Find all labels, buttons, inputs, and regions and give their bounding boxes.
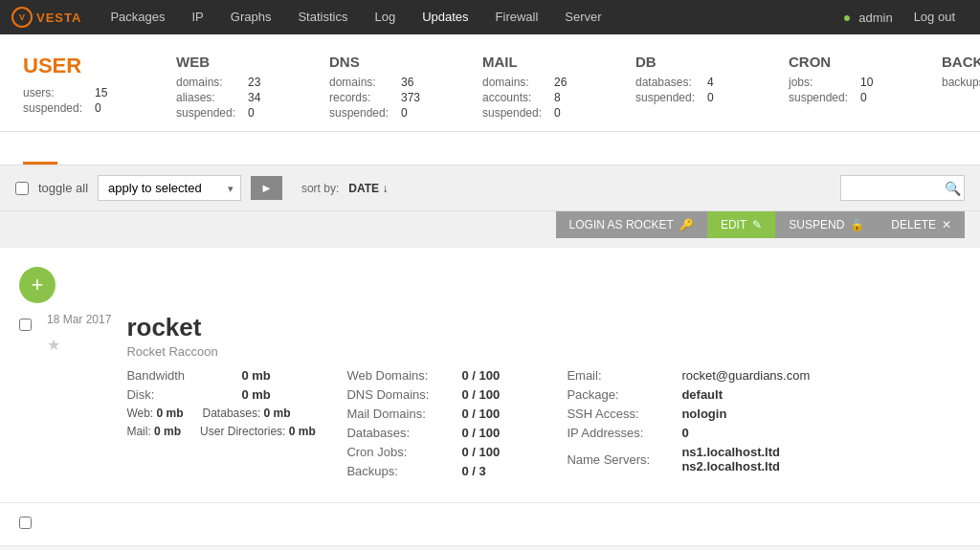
delete-label: DELETE bbox=[891, 218, 936, 231]
bell-icon: ● bbox=[843, 10, 851, 25]
toggle-all-checkbox[interactable] bbox=[15, 182, 29, 195]
detail-col-3: Email: rocket@guardians.com Package: def… bbox=[567, 368, 810, 483]
ip-label: IP Addresses: bbox=[567, 426, 681, 440]
record-date-text: 18 Mar 2017 bbox=[47, 313, 111, 326]
dns-title: DNS bbox=[329, 54, 454, 70]
suspend-button[interactable]: SUSPEND 🔒 bbox=[775, 211, 878, 238]
ns2-val: ns2.localhost.ltd bbox=[681, 459, 780, 473]
nav-server[interactable]: Server bbox=[551, 0, 614, 34]
nav-updates[interactable]: Updates bbox=[409, 0, 481, 34]
empty-record-checkbox[interactable] bbox=[19, 517, 32, 529]
users-val: 15 bbox=[95, 86, 107, 99]
ssh-label: SSH Access: bbox=[567, 407, 681, 421]
apply-select-wrap: apply to selected suspend unsuspend dele… bbox=[98, 175, 241, 201]
cron-title: CRON bbox=[789, 54, 913, 70]
bandwidth-label: Bandwidth bbox=[126, 368, 241, 383]
nav-firewall[interactable]: Firewall bbox=[482, 0, 552, 34]
pencil-icon: ✎ bbox=[752, 218, 762, 231]
disk-val: 0 mb bbox=[241, 387, 270, 402]
search-wrap: 🔍 bbox=[840, 175, 965, 201]
backups-val: 0 / 3 bbox=[461, 464, 485, 478]
package-val: default bbox=[681, 387, 723, 402]
key-icon: 🔑 bbox=[679, 218, 694, 231]
edit-label: EDIT bbox=[721, 218, 746, 231]
databases-label: Databases: bbox=[346, 426, 461, 440]
user-suspended-label: suspended: bbox=[23, 101, 95, 115]
databases-val: 0 / 100 bbox=[461, 426, 500, 440]
stats-user-users: users: 15 bbox=[23, 86, 147, 99]
record-checkbox[interactable] bbox=[19, 319, 32, 331]
record-username: rocket bbox=[126, 313, 961, 342]
nav-packages[interactable]: Packages bbox=[97, 0, 178, 34]
sub-mail-val: 0 mb bbox=[154, 425, 181, 438]
email-label: Email: bbox=[567, 368, 681, 383]
web-title: WEB bbox=[176, 54, 301, 70]
login-as-label: LOGIN AS ROCKET bbox=[569, 218, 674, 231]
search-button[interactable]: 🔍 bbox=[945, 181, 961, 196]
user-suspended-val: 0 bbox=[95, 101, 101, 115]
package-label: Package: bbox=[567, 387, 681, 402]
mail-title: MAIL bbox=[482, 54, 607, 70]
stats-bar: USER users: 15 suspended: 0 WEB domains:… bbox=[0, 34, 980, 132]
logo-text: VESTA bbox=[36, 11, 81, 25]
topnav-right: ● admin Log out bbox=[843, 0, 969, 34]
edit-button[interactable]: EDIT ✎ bbox=[707, 211, 775, 238]
stats-web: WEB domains:23 aliases:34 suspended:0 bbox=[176, 54, 301, 121]
logo-letter: V bbox=[19, 12, 25, 22]
record-details: Bandwidth 0 mb Disk: 0 mb Web: 0 mb Data… bbox=[126, 368, 961, 483]
ns1-val: ns1.localhost.ltd bbox=[681, 445, 780, 459]
users-label: users: bbox=[23, 86, 95, 99]
top-nav: V VESTA Packages IP Graphs Statistics Lo… bbox=[0, 0, 980, 34]
star-icon: ★ bbox=[47, 336, 111, 354]
record-body: rocket Rocket Raccoon Bandwidth 0 mb Dis… bbox=[126, 313, 961, 483]
stats-backup: BACKUP backups:1 bbox=[942, 54, 980, 121]
apply-arrow-button[interactable]: ► bbox=[251, 176, 282, 200]
action-bar: LOGIN AS ROCKET 🔑 EDIT ✎ SUSPEND 🔒 DELET… bbox=[0, 211, 980, 248]
disk-label: Disk: bbox=[126, 387, 241, 402]
toolbar: toggle all apply to selected suspend uns… bbox=[0, 165, 980, 211]
tab-bar bbox=[0, 132, 980, 165]
empty-record bbox=[0, 503, 980, 546]
logout-link[interactable]: Log out bbox=[901, 0, 969, 34]
add-user-button[interactable]: + bbox=[19, 267, 56, 303]
mail-domains-label: Mail Domains: bbox=[346, 407, 461, 421]
mail-domains-val: 0 / 100 bbox=[461, 407, 500, 421]
apply-select[interactable]: apply to selected suspend unsuspend dele… bbox=[98, 175, 241, 201]
stats-dns: DNS domains:36 records:373 suspended:0 bbox=[329, 54, 454, 121]
user-record-rocket: 18 Mar 2017 ★ rocket Rocket Raccoon Band… bbox=[0, 303, 980, 503]
tab-bar-inner bbox=[23, 132, 957, 165]
backup-title: BACKUP bbox=[942, 54, 980, 70]
nav-graphs[interactable]: Graphs bbox=[217, 0, 285, 34]
main-content: + 18 Mar 2017 ★ rocket Rocket Raccoon Ba… bbox=[0, 248, 980, 546]
ip-val: 0 bbox=[681, 426, 688, 440]
nav-statistics[interactable]: Statistics bbox=[284, 0, 361, 34]
add-button-wrap: + bbox=[0, 248, 980, 303]
record-top: 18 Mar 2017 ★ rocket Rocket Raccoon Band… bbox=[19, 313, 961, 483]
sub-web-val: 0 mb bbox=[157, 407, 184, 420]
login-as-button[interactable]: LOGIN AS ROCKET 🔑 bbox=[556, 211, 707, 238]
dns-domains-label: DNS Domains: bbox=[346, 387, 461, 402]
record-date: 18 Mar 2017 ★ bbox=[47, 313, 111, 354]
tab-user[interactable] bbox=[23, 132, 57, 165]
bandwidth-val: 0 mb bbox=[241, 368, 270, 383]
stats-db: DB databases:4 suspended:0 bbox=[635, 54, 760, 121]
cron-jobs-val: 0 / 100 bbox=[461, 445, 500, 459]
suspend-label: SUSPEND bbox=[789, 218, 844, 231]
close-icon: ✕ bbox=[942, 218, 951, 231]
nav-ip[interactable]: IP bbox=[178, 0, 216, 34]
sort-by-label: sort by: bbox=[301, 182, 339, 195]
toggle-all-label: toggle all bbox=[38, 181, 88, 195]
sub-db-val: 0 mb bbox=[264, 407, 291, 420]
stats-mail: MAIL domains:26 accounts:8 suspended:0 bbox=[482, 54, 607, 121]
dns-domains-val: 0 / 100 bbox=[461, 387, 500, 402]
delete-button[interactable]: DELETE ✕ bbox=[878, 211, 965, 238]
user-title: USER bbox=[23, 54, 147, 78]
db-title: DB bbox=[635, 54, 760, 70]
record-fullname: Rocket Raccoon bbox=[126, 344, 961, 359]
logo-icon: V bbox=[11, 7, 33, 28]
nav-log[interactable]: Log bbox=[361, 0, 409, 34]
stats-cron: CRON jobs:10 suspended:0 bbox=[789, 54, 913, 121]
admin-label: admin bbox=[858, 11, 892, 25]
lock-icon: 🔒 bbox=[850, 218, 864, 231]
logo: V VESTA bbox=[11, 7, 81, 28]
